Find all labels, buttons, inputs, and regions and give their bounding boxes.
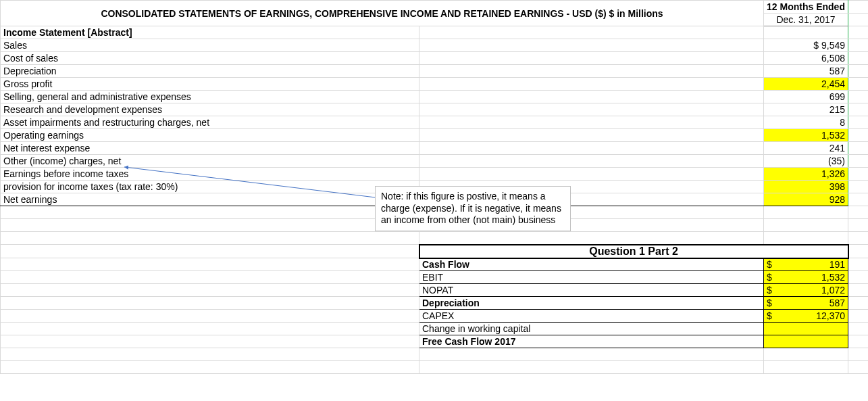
row-label: Research and development expenses [1,103,419,116]
row-label: Asset impairments and restructuring char… [1,116,419,129]
period-date: Dec. 31, 2017 [764,14,848,26]
section-title: Income Statement [Abstract] [1,26,419,39]
row-value: 398 [764,181,848,193]
row-value: 241 [764,142,848,155]
q-row-label: Cash Flow [419,258,764,271]
q-row-label: CAPEX [419,310,764,323]
q-row-value [764,323,848,335]
comment-box: Note: if this figure is postive, it mean… [375,186,571,231]
row-label: Sales [1,39,419,52]
row-value: 699 [764,91,848,103]
row-label: Net interest expense [1,142,419,155]
row-label: Depreciation [1,65,419,78]
row-label: Earnings before income taxes [1,168,419,181]
row-value: 215 [764,103,848,116]
q-row-value: $12,370 [764,310,848,323]
row-label: Selling, general and administrative expe… [1,91,419,103]
row-value: 6,508 [764,52,848,65]
row-value: 928 [764,193,848,206]
q-row-value: $1,532 [764,271,848,284]
q-row-label: Free Cash Flow 2017 [419,335,764,348]
q-row-value: $587 [764,297,848,310]
row-label: Other (income) charges, net [1,155,419,168]
row-value: 1,326 [764,168,848,181]
question-title: Question 1 Part 2 [419,245,848,258]
row-label: provision for income taxes (tax rate: 30… [1,181,419,193]
q-row-label: NOPAT [419,284,764,297]
statement-title: CONSOLIDATED STATEMENTS OF EARNINGS, COM… [1,1,764,26]
q-row-value [764,335,848,348]
row-value: 2,454 [764,78,848,91]
q-row-label: EBIT [419,271,764,284]
row-value: 587 [764,65,848,78]
q-row-value: $1,072 [764,284,848,297]
q-row-label: Change in working capital [419,323,764,335]
row-label: Net earnings [1,193,419,206]
row-value: 8 [764,116,848,129]
row-value: (35) [764,155,848,168]
period-label: 12 Months Ended [764,1,848,14]
row-label: Cost of sales [1,52,419,65]
row-value: $ 9,549 [764,39,848,52]
row-value: 1,532 [764,129,848,142]
row-label: Gross profit [1,78,419,91]
row-label: Operating earnings [1,129,419,142]
q-row-value: $191 [764,258,848,271]
q-row-label: Depreciation [419,297,764,310]
